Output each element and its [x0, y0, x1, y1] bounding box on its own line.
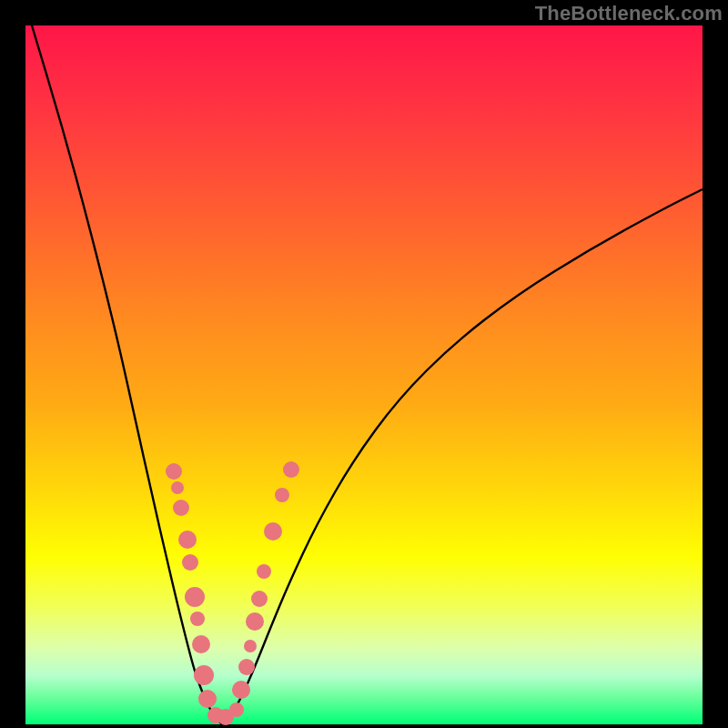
data-marker [251, 591, 268, 607]
data-marker [264, 522, 282, 541]
data-marker [190, 612, 205, 626]
data-marker [178, 531, 197, 549]
data-marker [246, 612, 264, 631]
data-marker [238, 659, 255, 675]
data-marker [194, 665, 214, 685]
bottleneck-curve-right [222, 189, 703, 724]
data-marker [198, 690, 217, 708]
data-marker [257, 564, 271, 579]
chart-plot-area [25, 25, 703, 724]
data-marker [283, 461, 299, 478]
data-marker [185, 587, 205, 607]
marker-layer [166, 461, 299, 725]
data-marker [192, 635, 210, 653]
data-marker [166, 463, 182, 480]
data-marker [244, 640, 257, 652]
data-marker [173, 500, 189, 516]
chart-svg [25, 25, 703, 724]
chart-frame [0, 0, 728, 728]
data-marker [229, 703, 244, 717]
data-marker [182, 554, 198, 571]
data-marker [232, 681, 250, 699]
data-marker [171, 481, 184, 494]
watermark-text: TheBottleneck.com [535, 2, 723, 25]
data-marker [275, 488, 289, 502]
